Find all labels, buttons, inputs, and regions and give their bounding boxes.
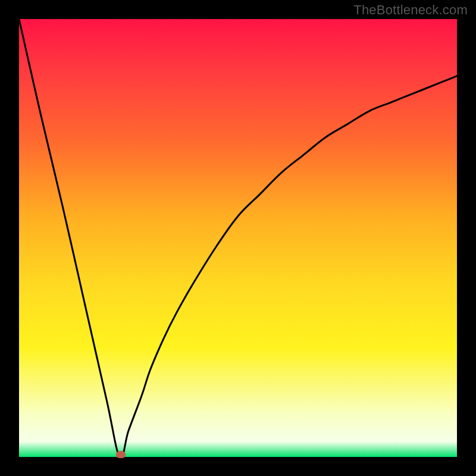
plot-svg <box>19 19 457 457</box>
plot-area <box>19 19 457 457</box>
chart-frame: TheBottleneck.com <box>0 0 476 476</box>
watermark-text: TheBottleneck.com <box>353 2 468 18</box>
minimum-marker <box>116 451 126 458</box>
gradient-background <box>19 19 457 457</box>
